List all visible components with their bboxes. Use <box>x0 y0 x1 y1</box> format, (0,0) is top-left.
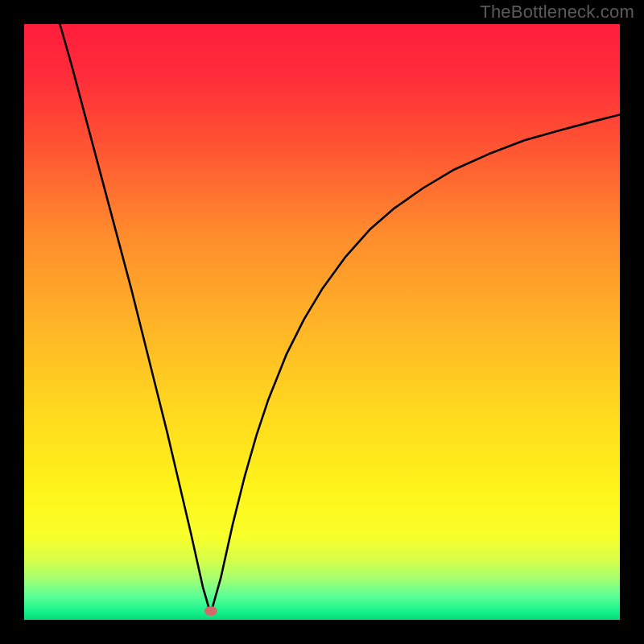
plot-area <box>24 24 620 620</box>
watermark-text: TheBottleneck.com <box>480 2 634 23</box>
bottleneck-curve <box>24 24 620 620</box>
minimum-marker <box>204 606 217 616</box>
chart-frame: TheBottleneck.com <box>0 0 644 644</box>
